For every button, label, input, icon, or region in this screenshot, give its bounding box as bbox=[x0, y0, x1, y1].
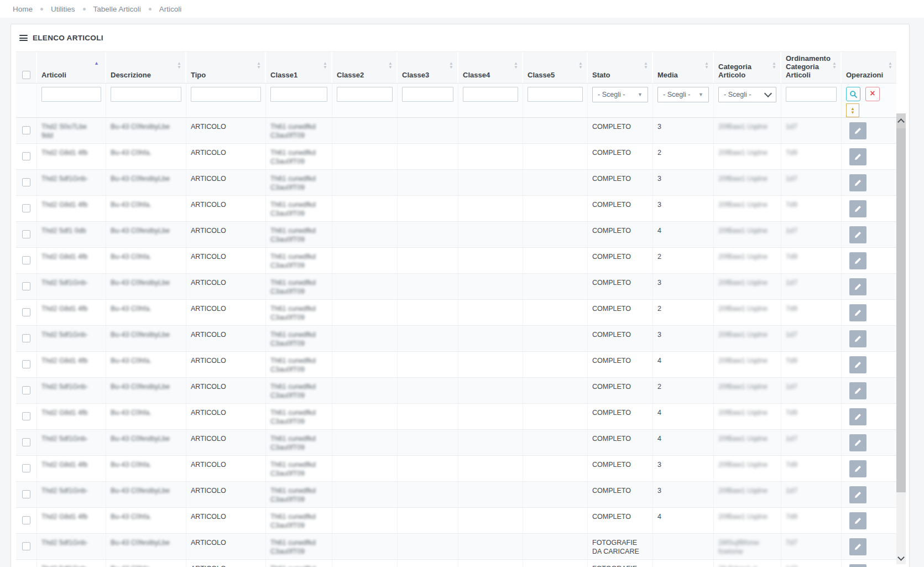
column-header-classe3[interactable]: Classe3▲▼ bbox=[398, 52, 458, 83]
clear-filters-button[interactable]: × bbox=[865, 87, 880, 101]
row-checkbox[interactable] bbox=[22, 308, 30, 316]
row-checkbox[interactable] bbox=[22, 152, 30, 160]
breadcrumb-item-home[interactable]: Home bbox=[13, 5, 33, 13]
cell-classe4 bbox=[458, 482, 523, 507]
column-header-media[interactable]: Media▲▼ bbox=[653, 52, 714, 83]
cell-stato: COMPLETO bbox=[588, 430, 653, 455]
column-header-classe5[interactable]: Classe5▲▼ bbox=[523, 52, 588, 83]
pencil-icon bbox=[854, 309, 862, 316]
column-header-tipo[interactable]: Tipo▲▼ bbox=[186, 52, 266, 83]
cell-operazioni bbox=[842, 144, 896, 169]
row-checkbox[interactable] bbox=[22, 334, 30, 342]
sort-updown-icon: ▲▼ bbox=[832, 61, 837, 69]
filter-input-classe3[interactable] bbox=[402, 87, 453, 102]
edit-button[interactable] bbox=[849, 122, 866, 139]
edit-button[interactable] bbox=[849, 148, 866, 165]
edit-button[interactable] bbox=[849, 278, 866, 295]
cell-text: 20fBaw1 Uqdne bbox=[718, 408, 776, 417]
cell-categoria: 20fBaw1 Uqdne bbox=[714, 430, 781, 455]
cell-classe2 bbox=[332, 430, 398, 455]
column-header-classe2[interactable]: Classe2▲▼ bbox=[332, 52, 398, 83]
row-checkbox[interactable] bbox=[22, 282, 30, 290]
vertical-scrollbar[interactable] bbox=[896, 113, 906, 564]
column-header-descrizione[interactable]: Descrizione▲▼ bbox=[106, 52, 186, 83]
row-checkbox[interactable] bbox=[22, 204, 30, 212]
column-header-classe4[interactable]: Classe4▲▼ bbox=[458, 52, 523, 83]
sort-updown-icon: ▲▼ bbox=[177, 61, 181, 69]
column-header-operazioni[interactable]: Operazioni▲▼ bbox=[842, 52, 896, 83]
row-checkbox[interactable] bbox=[22, 490, 30, 498]
edit-button[interactable] bbox=[849, 356, 866, 373]
row-checkbox[interactable] bbox=[22, 126, 30, 134]
cell-media: 3 bbox=[653, 118, 714, 143]
filter-select-stato[interactable]: - Scegli -▼ bbox=[592, 87, 648, 102]
edit-button[interactable] bbox=[849, 434, 866, 451]
edit-button[interactable] bbox=[849, 330, 866, 347]
row-checkbox[interactable] bbox=[22, 464, 30, 472]
edit-button[interactable] bbox=[849, 226, 866, 243]
column-header-classe1[interactable]: Classe1▲▼ bbox=[266, 52, 332, 83]
select-all-checkbox[interactable] bbox=[22, 71, 30, 79]
row-checkbox[interactable] bbox=[22, 542, 30, 550]
cell-text: Th61 curwdfkd bbox=[270, 252, 327, 261]
scrollbar-thumb[interactable] bbox=[896, 128, 906, 492]
cell-operazioni bbox=[842, 170, 896, 195]
edit-button[interactable] bbox=[849, 512, 866, 529]
filter-input-ordinamento[interactable] bbox=[786, 87, 837, 102]
scroll-up-button[interactable] bbox=[896, 113, 906, 128]
edit-button[interactable] bbox=[849, 486, 866, 503]
cell-text: 1d7 bbox=[786, 486, 837, 495]
filter-input-classe4[interactable] bbox=[463, 87, 518, 102]
cell-tipo: ARTICOLO bbox=[186, 456, 266, 481]
filter-select-categoria[interactable]: - Scegli - bbox=[718, 87, 776, 102]
row-checkbox[interactable] bbox=[22, 412, 30, 420]
cell-classe3 bbox=[398, 534, 458, 559]
edit-button[interactable] bbox=[849, 460, 866, 477]
filter-input-tipo[interactable] bbox=[191, 87, 261, 102]
column-header-ordinamento[interactable]: Ordinamento Categoria Articoli▲▼ bbox=[781, 52, 842, 83]
column-header-categoria[interactable]: Categoria Articolo▲▼ bbox=[714, 52, 781, 83]
sort-updown-icon: ▲▼ bbox=[888, 61, 892, 69]
filter-input-classe5[interactable] bbox=[528, 87, 583, 102]
row-checkbox[interactable] bbox=[22, 438, 30, 446]
cell-articoli: Thd2 5df1Gnb- bbox=[37, 170, 106, 195]
column-header-articoli[interactable]: Articoli▲ bbox=[37, 52, 106, 83]
edit-button[interactable] bbox=[849, 200, 866, 217]
cell-text: Th61 curwdfkd bbox=[270, 226, 327, 235]
edit-button[interactable] bbox=[849, 174, 866, 191]
row-checkbox[interactable] bbox=[22, 516, 30, 524]
filter-input-classe1[interactable] bbox=[270, 87, 327, 102]
cell-classe2 bbox=[332, 300, 398, 325]
search-button[interactable] bbox=[846, 87, 860, 101]
cell-operazioni bbox=[842, 300, 896, 325]
filter-input-articoli[interactable] bbox=[41, 87, 101, 102]
cell-text: C3au0fT09 bbox=[270, 547, 327, 556]
row-checkbox[interactable] bbox=[22, 256, 30, 264]
cell-classe4 bbox=[458, 144, 523, 169]
filter-input-classe2[interactable] bbox=[337, 87, 393, 102]
cell-classe3 bbox=[398, 300, 458, 325]
breadcrumb-item-articoli[interactable]: Articoli bbox=[159, 5, 182, 13]
filter-input-descrizione[interactable] bbox=[111, 87, 181, 102]
filter-select-media[interactable]: - Scegli -▼ bbox=[657, 87, 709, 102]
breadcrumb-item-tabelle-articoli[interactable]: Tabelle Articoli bbox=[93, 5, 141, 13]
reorder-button[interactable]: ▲▼ bbox=[846, 103, 859, 117]
edit-button[interactable] bbox=[849, 564, 866, 567]
chevron-down-icon bbox=[764, 90, 772, 97]
scroll-down-button[interactable] bbox=[896, 552, 906, 564]
edit-button[interactable] bbox=[849, 538, 866, 555]
cell-media bbox=[653, 560, 714, 567]
edit-button[interactable] bbox=[849, 382, 866, 399]
row-checkbox[interactable] bbox=[22, 386, 30, 394]
breadcrumb-item-utilities[interactable]: Utilities bbox=[51, 5, 75, 13]
row-checkbox[interactable] bbox=[22, 230, 30, 238]
edit-button[interactable] bbox=[849, 252, 866, 269]
cell-text: C3au0fT09 bbox=[270, 391, 327, 400]
row-checkbox[interactable] bbox=[22, 360, 30, 368]
edit-button[interactable] bbox=[849, 408, 866, 425]
cell-stato: COMPLETO bbox=[588, 456, 653, 481]
column-header-stato[interactable]: Stato▲▼ bbox=[588, 52, 653, 83]
row-select-cell bbox=[16, 222, 37, 247]
row-checkbox[interactable] bbox=[22, 178, 30, 186]
edit-button[interactable] bbox=[849, 304, 866, 321]
